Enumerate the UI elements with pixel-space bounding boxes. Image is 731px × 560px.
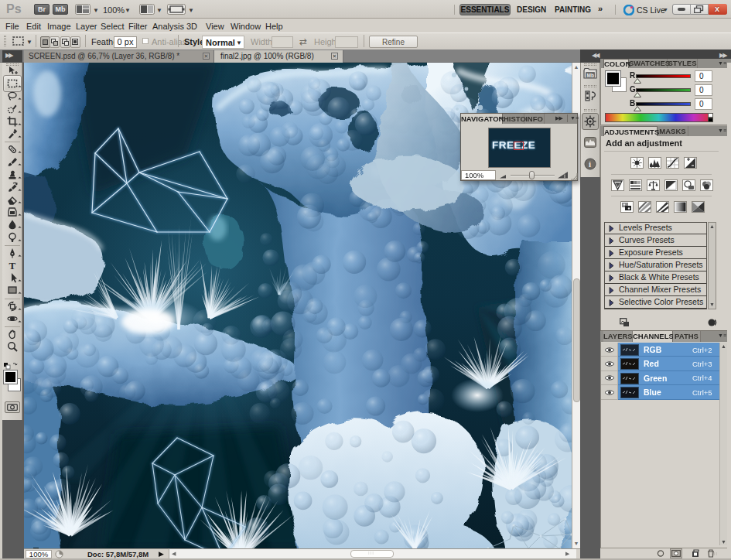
svg-text:i: i — [589, 159, 591, 169]
svg-text:Mb: Mb — [587, 73, 594, 78]
svg-text:T: T — [9, 260, 16, 271]
